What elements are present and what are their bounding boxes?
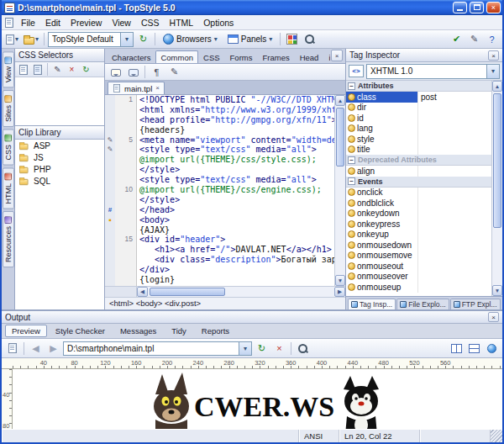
code-line[interactable]: #</head>: [105, 205, 334, 215]
side-tab-html[interactable]: HTML: [3, 168, 14, 209]
new-document-dropdown-icon[interactable]: ▾: [15, 35, 18, 43]
find-button[interactable]: [302, 31, 318, 47]
attribute-value[interactable]: [417, 103, 491, 114]
edit-mode-button[interactable]: ✎: [466, 31, 482, 47]
attribute-value[interactable]: [417, 230, 491, 240]
code-line[interactable]: ✎<style type="text/css" media="all">: [105, 145, 334, 155]
scrollbar-thumb[interactable]: [493, 93, 501, 228]
attribute-row[interactable]: title: [346, 145, 491, 156]
attribute-value[interactable]: [417, 198, 491, 209]
attribute-row[interactable]: onmouseup: [346, 282, 491, 293]
menu-item-view[interactable]: View: [107, 16, 136, 29]
preview-page-button[interactable]: [4, 341, 20, 357]
code-line[interactable]: </div>: [105, 265, 334, 275]
app-icon[interactable]: [4, 3, 15, 13]
section-header[interactable]: −Deprecated Attributes: [346, 155, 491, 166]
new-at-rule-button[interactable]: [31, 63, 44, 76]
style-selector-combo[interactable]: TopStyle Default ▾: [48, 32, 134, 47]
code-line[interactable]: 15<div id="header">: [105, 235, 334, 245]
editor-horizontal-scrollbar[interactable]: ◀ ▶: [105, 286, 345, 297]
address-combo[interactable]: D:\smartphone\main.tpl ▾: [63, 341, 252, 356]
attribute-row[interactable]: lang: [346, 124, 491, 135]
code-line[interactable]: {login}: [105, 275, 334, 285]
section-header[interactable]: −Attributes: [346, 81, 491, 92]
tag-inspector-close-button[interactable]: ×: [488, 50, 499, 61]
attribute-value[interactable]: [417, 188, 491, 198]
scrollbar-thumb[interactable]: [336, 108, 344, 166]
output-tab-preview[interactable]: Preview: [5, 325, 47, 337]
maximize-button[interactable]: [470, 2, 484, 13]
browsers-button[interactable]: Browsers ▾: [159, 31, 222, 47]
menu-item-html[interactable]: HTML: [165, 16, 199, 29]
open-file-dropdown-icon[interactable]: ▾: [35, 35, 39, 43]
insert-tab-common[interactable]: Common: [155, 50, 198, 63]
insert-tab-forms[interactable]: Forms: [225, 50, 258, 63]
attribute-row[interactable]: align: [346, 166, 491, 177]
attribute-value[interactable]: [417, 124, 491, 135]
attribute-value[interactable]: [417, 261, 491, 272]
title-bar[interactable]: D:\smartphone\main.tpl - TopStyle 5.0 ×: [2, 0, 502, 15]
attribute-value[interactable]: [417, 251, 491, 262]
attribute-value[interactable]: [417, 219, 491, 230]
attribute-row[interactable]: onmouseout: [346, 261, 491, 272]
zoom-button[interactable]: [295, 341, 311, 357]
attribute-value[interactable]: [417, 166, 491, 177]
doctype-dropdown-icon[interactable]: ▾: [486, 65, 499, 78]
menu-item-preview[interactable]: Preview: [66, 16, 107, 29]
attribute-value[interactable]: [417, 240, 491, 251]
collapse-icon[interactable]: −: [348, 177, 355, 185]
doctype-combo[interactable]: XHTML 1.0 ▾: [366, 64, 500, 79]
split-vertical-button[interactable]: [466, 341, 482, 357]
clip-item-asp[interactable]: ASP: [15, 140, 104, 151]
tag-inspector-scrollbar[interactable]: ▲ ▼: [491, 81, 502, 296]
new-document-button[interactable]: ▾: [4, 31, 20, 47]
insert-tab-characters[interactable]: Characters: [107, 50, 155, 63]
attribute-row[interactable]: onmousemove: [346, 251, 491, 262]
attribute-row[interactable]: onkeyup: [346, 230, 491, 240]
code-line[interactable]: <head profile="http://gmpg.org/xfn/11">: [105, 115, 334, 125]
output-close-button[interactable]: ×: [488, 312, 499, 322]
scroll-down-button[interactable]: ▼: [492, 285, 502, 296]
validate-button[interactable]: ✔: [449, 31, 465, 47]
new-selector-button[interactable]: [17, 63, 29, 76]
file-tab-maintpl[interactable]: main.tpl ×: [108, 82, 165, 94]
side-tab-css[interactable]: CSS: [3, 130, 14, 166]
code-line[interactable]: @import url({THEME}/css/style.css);: [105, 155, 334, 165]
attribute-value[interactable]: [417, 282, 491, 293]
code-line[interactable]: </style>: [105, 165, 334, 175]
tag-path[interactable]: <html> <body> <div.post>: [105, 297, 345, 309]
scrollbar-thumb[interactable]: [150, 288, 225, 296]
attribute-value[interactable]: post: [417, 92, 491, 103]
side-tab-view[interactable]: View: [3, 51, 14, 87]
scroll-up-button[interactable]: ▲: [335, 95, 345, 106]
attribute-row[interactable]: style: [346, 134, 491, 145]
attribute-row[interactable]: onkeypress: [346, 219, 491, 230]
attribute-row[interactable]: classpost: [346, 92, 491, 103]
menu-item-edit[interactable]: Edit: [40, 16, 66, 29]
panel-tab-fileexplo[interactable]: File Explo...: [396, 299, 449, 309]
code-line[interactable]: <html xmlns="http://www.w3.org/1999/xht: [105, 105, 334, 115]
attribute-value[interactable]: [417, 134, 491, 145]
color-palette-button[interactable]: [284, 31, 300, 47]
section-header[interactable]: −Events: [346, 177, 491, 188]
refresh-styles-button[interactable]: ↻: [135, 31, 151, 47]
clip-item-sql[interactable]: SQL: [15, 175, 104, 187]
output-tab-stylechecker[interactable]: Style Checker: [49, 325, 112, 337]
scrollbar-track[interactable]: [148, 287, 334, 297]
insert-tab-css[interactable]: CSS: [198, 50, 225, 63]
attribute-row[interactable]: dir: [346, 103, 491, 114]
panel-tab-taginsp[interactable]: Tag Insp...: [348, 299, 396, 309]
code-line[interactable]: <h1><a href="/">DAVLAT.NET</a></h1>: [105, 245, 334, 255]
code-line[interactable]: </style>: [105, 195, 334, 205]
resize-grip[interactable]: [491, 430, 502, 442]
output-tab-messages[interactable]: Messages: [113, 325, 163, 337]
code-line[interactable]: <div class="description">Богатый зар: [105, 255, 334, 265]
code-line[interactable]: {headers}: [105, 125, 334, 135]
file-tab-close-icon[interactable]: ×: [155, 85, 160, 92]
insert-tab-frames[interactable]: Frames: [257, 50, 294, 63]
forward-button[interactable]: ▶: [45, 341, 61, 357]
blockquote-button[interactable]: [125, 64, 141, 80]
collapse-icon[interactable]: −: [348, 156, 355, 164]
minimize-button[interactable]: [453, 2, 467, 13]
editor-vertical-scrollbar[interactable]: ▲ ▼: [334, 95, 345, 286]
